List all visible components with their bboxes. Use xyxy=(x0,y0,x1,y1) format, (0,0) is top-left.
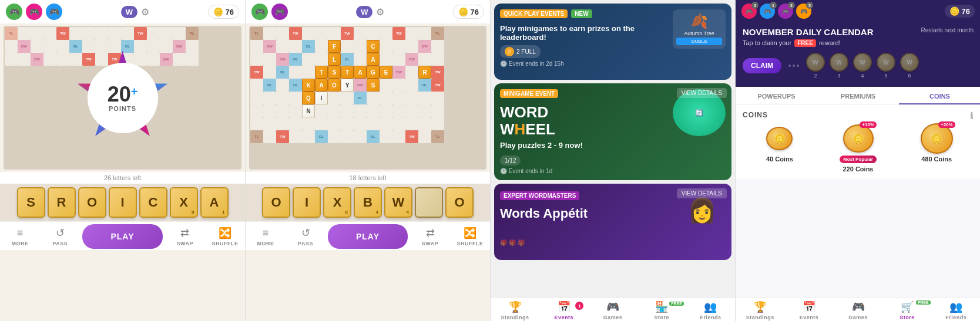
coins-badge-1[interactable]: 🪙 76 xyxy=(208,5,239,19)
nav-swap-1[interactable]: ⇄ SWAP xyxy=(165,224,205,249)
tile-N: N xyxy=(302,104,315,117)
tile2-I[interactable]: I xyxy=(293,187,321,218)
play-button-2[interactable]: PLAY xyxy=(328,224,408,249)
nav-store-4[interactable]: 🛒 Store FREE xyxy=(882,300,931,320)
nav-more-1[interactable]: ≡ MORE xyxy=(0,224,40,249)
tile-F: F xyxy=(328,40,341,53)
board-grid-2: TL TW TW TW TL DW DL F xyxy=(249,26,486,170)
swap-icon: ⇄ xyxy=(180,227,189,239)
store-icon-3: 🏪 xyxy=(655,300,668,313)
tile-I[interactable]: I xyxy=(109,187,137,218)
coin-day2: W xyxy=(806,53,825,72)
coin-stack-220: 🪙 xyxy=(843,124,874,153)
pass-icon: ↺ xyxy=(56,227,65,239)
nav-pass-2[interactable]: ↺ PASS xyxy=(286,224,325,249)
nav-standings-4[interactable]: 🏆 Standings xyxy=(736,300,784,320)
gear-icon-2[interactable]: ⚙ xyxy=(376,6,384,18)
tile-T: T xyxy=(315,66,328,79)
tile-S3: S xyxy=(367,79,380,92)
pass-label-1: PASS xyxy=(52,241,68,246)
duels-badge: DUELS xyxy=(676,38,722,45)
nav-friends-4[interactable]: 👥 Friends xyxy=(932,300,980,320)
coins-badge-2[interactable]: 🪙 76 xyxy=(453,5,484,19)
standings-label-3: Standings xyxy=(501,315,529,320)
events-icon-3: 📅 xyxy=(558,300,570,313)
autumn-tree-icon: 🍂 xyxy=(676,13,722,29)
bottom-nav-3: 🏆 Standings 📅 Events 1 🎮 Games 🏪 Store F… xyxy=(491,298,735,321)
tile-X[interactable]: X8 xyxy=(170,187,198,218)
tile2-X[interactable]: X8 xyxy=(323,187,351,218)
hamburger-icon-2: ≡ xyxy=(263,227,269,239)
nav-events-4[interactable]: 📅 Events xyxy=(784,300,833,320)
view-details-btn-1[interactable]: VIEW DETAILS xyxy=(677,88,727,98)
coin-product-40[interactable]: 🪙 40 Coins xyxy=(743,124,817,173)
nav-games-4[interactable]: 🎮 Games xyxy=(834,300,882,320)
event-card-minigame[interactable]: MINIGAME EVENT WORDWHEEL Play puzzles 2 … xyxy=(494,83,731,180)
nav-games-3[interactable]: 🎮 Games xyxy=(588,300,637,320)
coin-bonus-480: +20% xyxy=(938,121,955,128)
event-card-quick-play[interactable]: QUICK PLAY EVENTS NEW Play minigames to … xyxy=(494,4,731,80)
nav-friends-3[interactable]: 👥 Friends xyxy=(686,300,735,320)
tile-A[interactable]: A1 xyxy=(200,187,229,218)
tile-O[interactable]: O xyxy=(78,187,106,218)
games-label-3: Games xyxy=(603,315,623,320)
info-icon[interactable]: ℹ xyxy=(970,111,974,120)
nav-shuffle-2[interactable]: 🔀 SHUFFLE xyxy=(450,224,490,249)
claim-button[interactable]: CLAIM xyxy=(743,58,781,73)
player-icons-2: 🎮 🎮 xyxy=(251,4,288,20)
calendar-day-2[interactable]: W 2 xyxy=(806,53,825,79)
board-area-2: TL TW TW TW TL DW DL F xyxy=(246,23,490,172)
w-badge-2[interactable]: W xyxy=(356,6,372,18)
quick-play-tag: QUICK PLAY EVENTS xyxy=(500,9,568,18)
coins-badge-4[interactable]: 🪙 76 xyxy=(945,5,975,18)
calendar-day-5[interactable]: W 5 xyxy=(877,53,895,79)
tile2-B[interactable]: B4 xyxy=(354,187,382,218)
plus-icon: + xyxy=(131,85,138,99)
coins-value-4: 76 xyxy=(962,7,970,16)
tab-premiums[interactable]: PREMIUMS xyxy=(817,87,899,104)
nav-standings-3[interactable]: 🏆 Standings xyxy=(491,300,539,320)
store-tabs: POWERUPS PREMIUMS COINS xyxy=(736,87,980,105)
tile-R[interactable]: R xyxy=(48,187,76,218)
tab-powerups[interactable]: POWERUPS xyxy=(736,87,817,104)
panel4-top-bar: 🎮 3 🎮 1 🎮 3 🎮 5 🪙 76 xyxy=(736,0,980,22)
tile2-O[interactable]: O xyxy=(262,187,290,218)
tab-coins[interactable]: COINS xyxy=(899,87,980,104)
more-label-2: MORE xyxy=(257,241,274,246)
clock-icon-2: 🕐 xyxy=(500,168,507,174)
view-details-btn-2[interactable]: VIEW DETAILS xyxy=(677,188,727,198)
events-list: QUICK PLAY EVENTS NEW Play minigames to … xyxy=(491,0,735,298)
calendar-subtitle: Restarts next month xyxy=(921,27,974,33)
nav-pass-1[interactable]: ↺ PASS xyxy=(40,224,80,249)
shuffle-label-2: SHUFFLE xyxy=(457,241,484,246)
tile2-O2[interactable]: O xyxy=(445,187,474,218)
nav-more-2[interactable]: ≡ MORE xyxy=(246,224,286,249)
coin-product-480-label: 480 Coins xyxy=(921,156,952,163)
calendar-day-4[interactable]: W 4 xyxy=(853,53,872,79)
coin-product-220[interactable]: 🪙 +10% Most Popular 220 Coins xyxy=(821,124,895,173)
gear-icon-1[interactable]: ⚙ xyxy=(141,6,149,18)
store-free-badge: FREE xyxy=(669,302,684,306)
nav-swap-2[interactable]: ⇄ SWAP xyxy=(410,224,450,249)
tile-C[interactable]: C xyxy=(139,187,167,218)
tile2-blank[interactable] xyxy=(415,187,443,218)
nav-shuffle-1[interactable]: 🔀 SHUFFLE xyxy=(205,224,245,249)
nav-store-3[interactable]: 🏪 Store FREE xyxy=(637,300,686,320)
points-overlay: 20 + POINTS xyxy=(76,51,170,145)
nav-events-3[interactable]: 📅 Events 1 xyxy=(539,300,588,320)
tile-S[interactable]: S xyxy=(17,187,45,218)
shuffle-icon: 🔀 xyxy=(219,227,231,239)
board-area-1: TL TW TW TL DW DL DL xyxy=(0,23,245,172)
autumn-tree-image: 🍂 Autumn Tree DUELS xyxy=(673,9,726,49)
tile2-W[interactable]: W4 xyxy=(384,187,412,218)
word-wheel-title: WORDWHEEL xyxy=(500,104,583,137)
calendar-day-3[interactable]: W 3 xyxy=(830,53,848,79)
coin-product-480[interactable]: 🪙 +20% 480 Coins xyxy=(900,124,974,173)
play-button-1[interactable]: PLAY xyxy=(82,224,162,249)
event-card-expert[interactable]: EXPERT WORDMASTERS Words Appétit 🎁 🎁 🎁 V… xyxy=(494,184,731,260)
calendar-day-6[interactable]: W 6 xyxy=(900,53,919,79)
w-badge-1[interactable]: W xyxy=(121,6,137,18)
coin-day3: W xyxy=(830,53,848,72)
tile-A2: A xyxy=(367,53,380,66)
shuffle-label-1: SHUFFLE xyxy=(212,241,238,246)
